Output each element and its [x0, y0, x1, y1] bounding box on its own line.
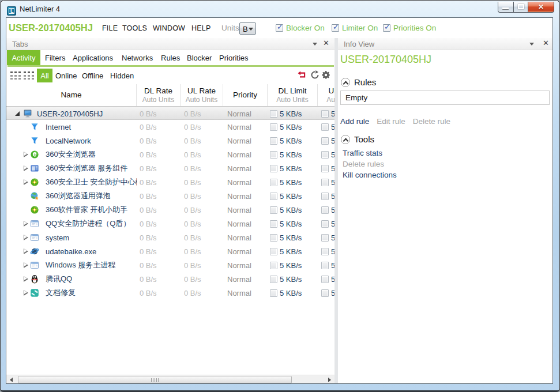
tab-networks[interactable]: Networks	[122, 50, 153, 65]
dl-limit-checkbox[interactable]	[270, 137, 277, 145]
filter-hidden-button[interactable]: Hidden	[110, 69, 134, 82]
tabs-panel-close-icon[interactable]: ✕	[323, 39, 329, 47]
collapse-section-icon[interactable]	[341, 78, 350, 87]
dl-limit-checkbox[interactable]	[270, 179, 277, 186]
column-header-dl-rate[interactable]: DL RateAuto Units	[137, 84, 181, 106]
table-row-360安全卫士-安全防护中心模块[interactable]: 360安全卫士 安全防护中心模块0 B/s0 B/sNormal5 KB/s5 …	[6, 175, 335, 189]
tree-expand-icon[interactable]	[24, 161, 28, 175]
tab-blocker[interactable]: Blocker	[187, 50, 212, 65]
tree-expand-icon[interactable]	[24, 148, 28, 161]
refresh-icon[interactable]	[310, 70, 320, 80]
ul-limit-checkbox[interactable]	[321, 289, 329, 297]
ul-limit-checkbox[interactable]	[321, 220, 329, 228]
table-row-localnetwork[interactable]: LocalNetwork0 B/s0 B/sNormal5 KB/s5 KB/s	[6, 134, 335, 148]
scrollbar-thumb[interactable]	[18, 376, 292, 383]
table-row-internet[interactable]: Internet0 B/s0 B/sNormal5 KB/s5 KB/s	[6, 120, 335, 134]
dl-limit-checkbox[interactable]	[270, 289, 277, 297]
column-header-ul-rate[interactable]: UL RateAuto Units	[181, 84, 223, 106]
tab-priorities[interactable]: Priorities	[219, 50, 249, 65]
table-row-qq安全防护进程-q盾[interactable]: QQ安全防护进程（Q盾）0 B/s0 B/sNormal5 KB/s5 KB/s	[6, 217, 335, 231]
maximize-button[interactable]	[513, 2, 528, 13]
tree-expand-icon[interactable]	[24, 175, 28, 189]
tab-rules[interactable]: Rules	[161, 50, 180, 65]
ul-rate-cell: 0 B/s	[184, 244, 223, 258]
checkbox-icon[interactable]: ✓	[383, 24, 390, 32]
ul-limit-checkbox[interactable]	[321, 137, 329, 145]
tab-applications[interactable]: Applications	[73, 50, 113, 65]
dl-limit-checkbox[interactable]	[270, 123, 277, 131]
ul-limit-checkbox[interactable]	[321, 234, 329, 242]
table-row-system[interactable]: system0 B/s0 B/sNormal5 KB/s5 KB/s	[6, 231, 335, 244]
table-row-腾讯qq[interactable]: 腾讯QQ0 B/s0 B/sNormal5 KB/s5 KB/s	[6, 272, 335, 286]
table-row-文档修复[interactable]: 文档修复0 B/s0 B/sNormal5 KB/s5 KB/s	[6, 286, 335, 300]
toggle-blocker-on[interactable]: ✓Blocker On	[276, 18, 325, 38]
link-add-rule[interactable]: Add rule	[340, 117, 369, 126]
ul-limit-checkbox[interactable]	[321, 179, 329, 186]
dl-limit-checkbox[interactable]	[270, 165, 277, 172]
filter-offline-button[interactable]: Offline	[82, 69, 103, 82]
tab-activity[interactable]: Activity	[7, 50, 40, 65]
table-row-user-20170405hj[interactable]: USER-20170405HJ0 B/s0 B/sNormal5 KB/s5 K…	[6, 106, 335, 120]
ul-limit-checkbox[interactable]	[321, 193, 329, 200]
column-header-priority[interactable]: Priority	[223, 84, 268, 106]
tree-collapse-icon[interactable]	[15, 107, 20, 120]
toggle-limiter-on[interactable]: ✓Limiter On	[332, 18, 378, 38]
ul-limit-checkbox[interactable]	[321, 165, 329, 172]
scroll-left-button[interactable]	[6, 375, 16, 383]
column-header-ul-limit[interactable]: UL LimitAuto Units	[318, 84, 335, 106]
table-row-360软件管家-开机小助手[interactable]: 360软件管家 开机小助手0 B/s0 B/sNormal5 KB/s5 KB/…	[6, 203, 335, 217]
ul-limit-checkbox[interactable]	[321, 206, 329, 214]
link-kill-connections[interactable]: Kill connections	[343, 171, 397, 179]
horizontal-scrollbar[interactable]	[6, 375, 335, 383]
table-row-udatebaike-exe[interactable]: udatebaike.exe0 B/s0 B/sNormal5 KB/s5 KB…	[6, 244, 335, 258]
dl-limit-checkbox[interactable]	[270, 276, 277, 283]
collapse-section-icon[interactable]	[341, 135, 350, 144]
filter-online-button[interactable]: Online	[55, 69, 77, 82]
ul-limit-checkbox[interactable]	[321, 123, 329, 131]
rules-list-box[interactable]: Empty	[340, 91, 550, 105]
tree-expand-icon[interactable]	[24, 258, 28, 272]
tab-filters[interactable]: Filters	[45, 50, 65, 65]
ul-limit-checkbox[interactable]	[321, 110, 329, 118]
ul-limit-checkbox[interactable]	[321, 262, 329, 269]
minimize-button[interactable]	[498, 2, 513, 13]
close-button[interactable]: ✕	[528, 2, 554, 13]
checkbox-icon[interactable]: ✓	[276, 24, 283, 32]
ul-limit-checkbox[interactable]	[321, 151, 329, 159]
table-row-360安全浏览器[interactable]: 360安全浏览器0 B/s0 B/sNormal5 KB/s5 KB/s	[6, 148, 335, 161]
column-header-name[interactable]: Name	[6, 84, 137, 106]
dl-limit-checkbox[interactable]	[270, 206, 277, 214]
dl-limit-checkbox[interactable]	[270, 234, 277, 242]
dl-limit-checkbox[interactable]	[270, 110, 277, 118]
dl-limit-checkbox[interactable]	[270, 151, 277, 159]
toggle-priorities-on[interactable]: ✓Priorities On	[383, 18, 436, 38]
small-grid-view-icon[interactable]	[10, 71, 21, 80]
tabs-panel-menu-caret-icon[interactable]	[313, 43, 317, 48]
undo-icon[interactable]	[298, 70, 307, 80]
table-row-windows-服务主进程[interactable]: Windows 服务主进程0 B/s0 B/sNormal5 KB/s5 KB/…	[6, 258, 335, 272]
link-traffic-stats[interactable]: Traffic stats	[343, 149, 397, 157]
table-row-360安全浏览器-服务组件[interactable]: 360安全浏览器 服务组件0 B/s0 B/sNormal5 KB/s5 KB/…	[6, 161, 335, 175]
dl-limit-checkbox[interactable]	[270, 262, 277, 269]
dl-rate-cell: 0 B/s	[140, 272, 180, 286]
tree-expand-icon[interactable]	[24, 286, 28, 300]
tree-expand-icon[interactable]	[24, 244, 28, 258]
dl-limit-checkbox[interactable]	[270, 193, 277, 200]
info-panel-menu-caret-icon[interactable]	[529, 43, 534, 48]
gear-icon[interactable]	[321, 70, 330, 80]
tree-expand-icon[interactable]	[24, 231, 28, 244]
filter-all-button[interactable]: All	[37, 69, 52, 82]
ul-limit-checkbox[interactable]	[321, 248, 329, 255]
column-header-dl-limit[interactable]: DL LimitAuto Units	[268, 84, 318, 106]
dl-limit-checkbox[interactable]	[270, 248, 277, 255]
table-row-360浏览器通用弹泡[interactable]: 360浏览器通用弹泡0 B/s0 B/sNormal5 KB/s5 KB/s	[6, 189, 335, 203]
titlebar[interactable]: L NetLimiter 4 ✕	[0, 0, 560, 17]
scroll-right-button[interactable]	[325, 375, 335, 383]
tree-expand-icon[interactable]	[24, 272, 28, 286]
large-grid-view-icon[interactable]	[24, 71, 34, 80]
ul-limit-checkbox[interactable]	[321, 276, 329, 283]
dl-limit-checkbox[interactable]	[270, 220, 277, 228]
tree-expand-icon[interactable]	[24, 217, 28, 231]
info-panel-close-icon[interactable]: ✕	[543, 39, 549, 47]
checkbox-icon[interactable]: ✓	[332, 24, 339, 32]
